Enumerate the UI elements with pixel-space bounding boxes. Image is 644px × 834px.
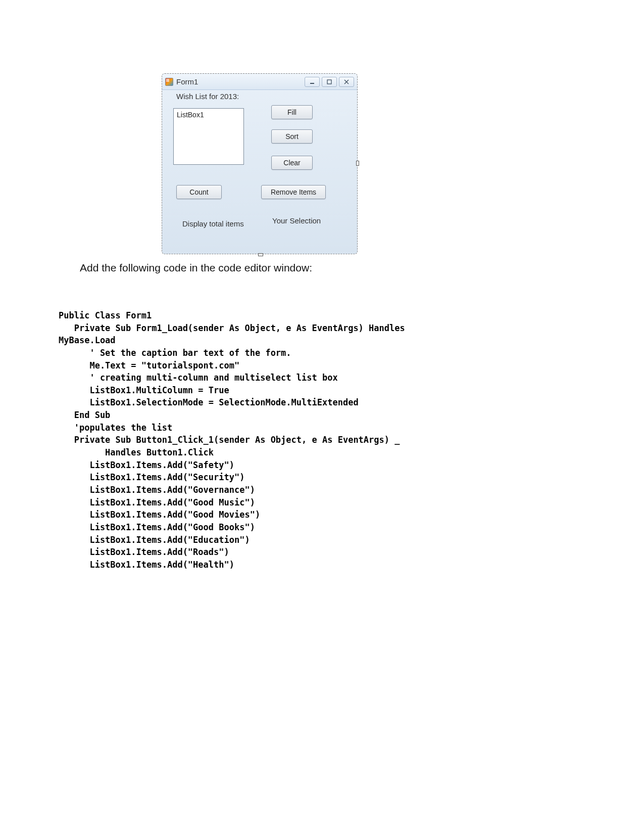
code-line: ListBox1.Items.Add("Good Books") (59, 522, 255, 532)
code-line: Handles Button1.Click (59, 447, 214, 457)
minimize-button[interactable] (305, 77, 320, 87)
form-body: Wish List for 2013: ListBox1 Fill Sort C… (162, 90, 357, 254)
wish-list-label: Wish List for 2013: (176, 92, 239, 101)
code-line: 'populates the list (59, 423, 172, 433)
listbox-placeholder: ListBox1 (177, 111, 204, 119)
maximize-icon (327, 79, 332, 84)
code-line: ListBox1.Items.Add("Security") (59, 472, 244, 482)
code-line: Private Sub Button1_Click_1(sender As Ob… (59, 435, 400, 445)
code-line: ListBox1.Items.Add("Good Music") (59, 497, 255, 507)
count-button[interactable]: Count (176, 185, 222, 199)
code-line: ListBox1.MultiColumn = True (59, 385, 229, 395)
window-title: Form1 (176, 77, 305, 86)
code-line: Private Sub Form1_Load(sender As Object,… (59, 323, 405, 333)
display-total-label: Display total items (182, 219, 244, 228)
maximize-button[interactable] (322, 77, 337, 87)
code-line: Public Class Form1 (59, 310, 152, 320)
resize-handle-bottom[interactable] (258, 253, 263, 256)
remove-items-button[interactable]: Remove Items (261, 185, 326, 199)
code-line: ListBox1.Items.Add("Education") (59, 535, 250, 545)
svg-rect-0 (310, 83, 314, 84)
listbox1[interactable]: ListBox1 (173, 108, 244, 165)
your-selection-label: Your Selection (272, 216, 321, 225)
sort-button[interactable]: Sort (271, 129, 313, 144)
resize-handle-right[interactable] (356, 161, 359, 166)
form-icon (165, 78, 173, 86)
code-line: MyBase.Load (59, 335, 116, 345)
instruction-text: Add the following code in the code edito… (80, 262, 312, 274)
titlebar: Form1 (162, 74, 357, 90)
code-line: ListBox1.Items.Add("Good Movies") (59, 509, 260, 520)
code-line: ' creating multi-column and multiselect … (59, 373, 338, 383)
code-line: ' Set the caption bar text of the form. (59, 348, 291, 358)
close-button[interactable] (339, 77, 354, 87)
code-line: ListBox1.Items.Add("Health") (59, 560, 234, 570)
code-line: ListBox1.Items.Add("Safety") (59, 460, 234, 470)
code-block: Public Class Form1 Private Sub Form1_Loa… (59, 309, 564, 571)
code-line: End Sub (59, 410, 110, 420)
svg-rect-1 (327, 80, 331, 84)
minimize-icon (310, 79, 315, 84)
clear-button[interactable]: Clear (271, 156, 313, 170)
code-line: ListBox1.SelectionMode = SelectionMode.M… (59, 397, 359, 407)
code-line: ListBox1.Items.Add("Governance") (59, 485, 255, 495)
close-icon (344, 79, 349, 84)
window-controls (305, 77, 354, 87)
fill-button[interactable]: Fill (271, 105, 313, 119)
form1-window: Form1 Wish List for 2013: ListBox1 Fill … (162, 73, 358, 254)
code-line: ListBox1.Items.Add("Roads") (59, 547, 229, 557)
code-line: Me.Text = "tutorialspont.com" (59, 360, 239, 370)
